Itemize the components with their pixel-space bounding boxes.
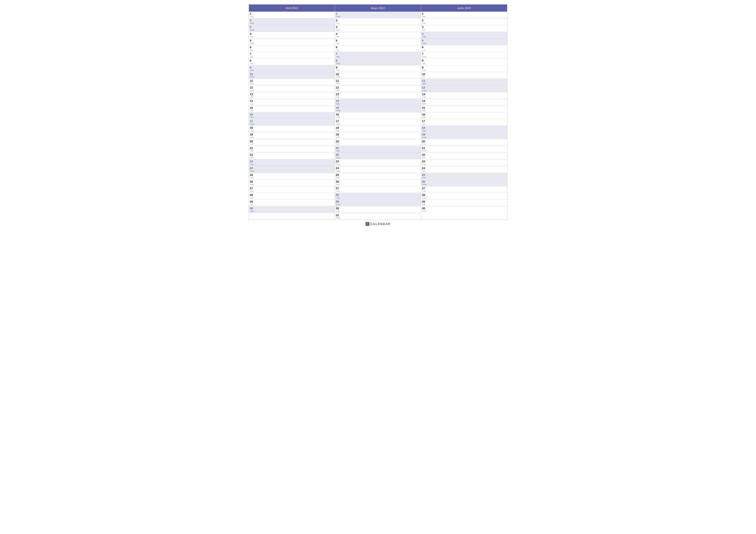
day-row: 24MAR: [335, 166, 421, 173]
day-name: DOM: [422, 137, 427, 139]
day-info: 12DOM: [422, 86, 427, 91]
day-row: 26JUE: [335, 180, 421, 186]
day-name: DOM: [422, 89, 427, 92]
day-number: 28: [422, 193, 427, 197]
day-row: 1MIÉ: [421, 12, 507, 18]
day-number: 18: [336, 126, 340, 130]
day-row: 5MAR: [249, 38, 335, 45]
day-number: 10: [336, 73, 340, 76]
month-header-2: Mayo 2022: [335, 5, 421, 12]
day-number: 12: [250, 86, 255, 89]
day-row: 28MAR: [421, 193, 507, 200]
day-row: 20LUN: [421, 139, 507, 146]
day-name: JUE: [336, 184, 340, 186]
day-row: 12JUE: [335, 86, 421, 92]
day-name: LUN: [422, 143, 427, 145]
day-info: 3VIE: [422, 25, 427, 31]
day-name: SAB: [336, 56, 340, 58]
day-info: 24VIE: [422, 166, 427, 172]
day-number: 1: [250, 12, 255, 15]
day-name: SAB: [250, 22, 255, 25]
calendar-page: Abril 20221VIE2SAB3DOM4LUN5MAR6MIÉ7JUE8V…: [244, 0, 512, 230]
day-row: 29VIE: [249, 200, 335, 206]
day-name: MIÉ: [250, 49, 255, 51]
day-info: 7SAB: [336, 52, 340, 58]
footer-logo: 7 CALENDAR: [365, 222, 391, 226]
day-name: VIE: [250, 157, 255, 159]
day-row: 25MIÉ: [335, 173, 421, 180]
day-name: DOM: [422, 184, 427, 186]
day-number: 7: [422, 52, 427, 56]
day-row: 13LUN: [421, 92, 507, 99]
day-name: MAR: [250, 184, 255, 186]
day-row: 18LUN: [249, 126, 335, 132]
day-info: 6MIÉ: [250, 46, 255, 51]
day-info: 26DOM: [422, 180, 427, 186]
day-name: LUN: [250, 177, 255, 179]
day-info: 15MIÉ: [422, 106, 427, 112]
day-row: 20MIÉ: [249, 139, 335, 146]
day-name: MIÉ: [336, 177, 340, 179]
day-row: 17MAR: [335, 119, 421, 126]
day-info: 2SAB: [250, 19, 255, 24]
day-number: 30: [422, 207, 427, 210]
day-info: 22MIÉ: [422, 153, 427, 159]
day-name: LUN: [250, 130, 255, 132]
day-number: 12: [422, 86, 427, 89]
day-row: 19MAR: [249, 132, 335, 139]
day-info: 11MIÉ: [336, 79, 340, 85]
day-name: DOM: [336, 16, 340, 18]
day-info: 16JUE: [422, 113, 427, 118]
day-info: 28JUE: [250, 193, 255, 199]
day-name: LUN: [336, 116, 340, 118]
day-name: SAB: [250, 164, 255, 165]
day-name: SAB: [422, 83, 427, 85]
day-name: LUN: [422, 96, 427, 98]
day-row: 8DOM: [335, 59, 421, 65]
day-row: 16LUN: [335, 113, 421, 119]
day-info: 27VIE: [336, 187, 340, 192]
day-name: DOM: [336, 204, 340, 206]
day-info: 24DOM: [250, 166, 255, 172]
day-number: 30: [336, 207, 340, 210]
day-number: 17: [250, 119, 255, 123]
day-row: 22MIÉ: [421, 153, 507, 159]
footer: 7 CALENDAR: [249, 222, 507, 226]
day-row: 26DOM: [421, 180, 507, 186]
day-row: 3VIE: [421, 25, 507, 32]
day-name: MAR: [250, 137, 255, 139]
day-info: 23SAB: [250, 160, 255, 165]
day-info: 12MAR: [250, 86, 255, 91]
day-number: 18: [422, 126, 427, 130]
day-number: 24: [336, 166, 340, 170]
day-row: 10DOM: [249, 72, 335, 79]
month-header-1: Abril 2022: [249, 5, 335, 12]
day-name: MAR: [422, 150, 427, 152]
day-info: 8VIE: [250, 59, 255, 64]
day-number: 10: [422, 73, 427, 76]
day-number: 8: [422, 59, 427, 63]
day-info: 30SAB: [250, 207, 255, 212]
day-name: JUE: [336, 89, 340, 92]
day-row: 1DOM: [335, 12, 421, 18]
day-name: VIE: [336, 49, 340, 51]
day-row: 9SAB: [249, 65, 335, 72]
day-name: MAR: [250, 42, 255, 44]
day-name: JUE: [336, 42, 340, 44]
day-info: 6VIE: [336, 46, 340, 51]
day-number: 23: [422, 160, 427, 163]
day-row: 18MIÉ: [335, 126, 421, 132]
day-info: 27MIÉ: [250, 187, 255, 192]
day-info: 20LUN: [422, 140, 427, 145]
day-number: 19: [422, 133, 427, 136]
day-info: 4MIÉ: [336, 32, 340, 38]
day-row: 21SAB: [335, 146, 421, 153]
day-row: 21JUE: [249, 146, 335, 153]
day-number: 4: [250, 32, 255, 36]
day-info: 22DOM: [336, 153, 340, 159]
day-row: 27LUN: [421, 186, 507, 193]
day-number: 31: [336, 214, 340, 217]
day-info: 1DOM: [336, 12, 340, 18]
day-info: 20VIE: [336, 140, 340, 145]
day-number: 23: [336, 160, 340, 163]
